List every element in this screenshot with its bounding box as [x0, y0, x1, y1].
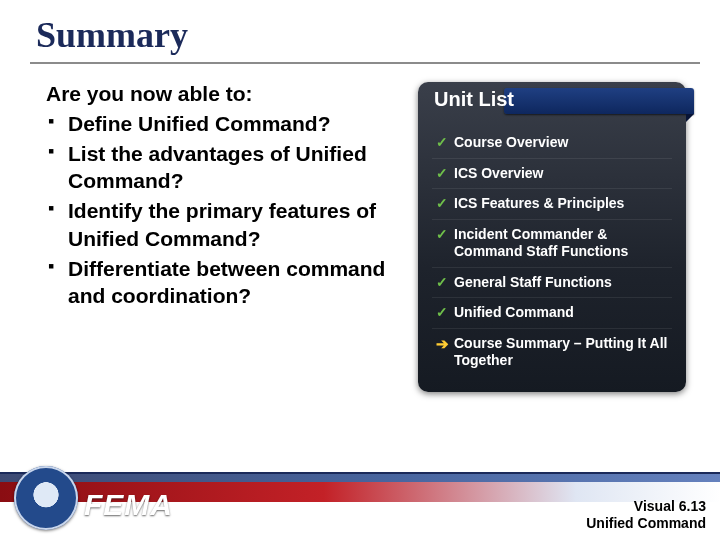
unit-list-header: Unit List	[418, 82, 686, 122]
objectives-list: Define Unified Command? List the advanta…	[46, 110, 406, 310]
objective-item: Differentiate between command and coordi…	[46, 255, 406, 310]
dhs-seal-icon	[14, 466, 78, 530]
check-icon: ✓	[434, 304, 450, 322]
check-icon: ✓	[434, 226, 450, 244]
lead-question: Are you now able to:	[46, 82, 406, 106]
unit-item-label: Course Summary – Putting It All Together	[454, 335, 667, 369]
unit-name: Unified Command	[586, 515, 706, 532]
unit-list-title: Unit List	[434, 88, 514, 111]
unit-list-panel: Unit List ✓Course Overview ✓ICS Overview…	[418, 82, 686, 392]
unit-item-label: Incident Commander & Command Staff Funct…	[454, 226, 628, 260]
check-icon: ✓	[434, 134, 450, 152]
unit-list-item: ✓General Staff Functions	[432, 268, 672, 299]
check-icon: ✓	[434, 274, 450, 292]
objective-item: List the advantages of Unified Command?	[46, 140, 406, 195]
footer: FEMA Visual 6.13 Unified Command	[0, 454, 720, 540]
fema-logo: FEMA	[84, 488, 173, 522]
unit-list: ✓Course Overview ✓ICS Overview ✓ICS Feat…	[418, 122, 686, 376]
band-blue	[0, 474, 720, 482]
content-row: Are you now able to: Define Unified Comm…	[0, 64, 720, 392]
unit-item-label: ICS Features & Principles	[454, 195, 624, 211]
check-icon: ✓	[434, 165, 450, 183]
unit-list-item: ✓ICS Features & Principles	[432, 189, 672, 220]
unit-item-label: General Staff Functions	[454, 274, 612, 290]
ribbon-decoration	[504, 88, 694, 114]
objective-text: Identify the primary features of Unified…	[68, 199, 376, 250]
fema-text: FEMA	[84, 488, 173, 521]
objective-item: Identify the primary features of Unified…	[46, 197, 406, 252]
unit-list-item-current: ➔Course Summary – Putting It All Togethe…	[432, 329, 672, 376]
title-area: Summary	[0, 0, 720, 56]
unit-list-item: ✓ICS Overview	[432, 159, 672, 190]
visual-meta: Visual 6.13 Unified Command	[586, 498, 706, 532]
objective-text: List the advantages of Unified Command?	[68, 142, 367, 193]
slide-title: Summary	[36, 14, 700, 56]
visual-number: Visual 6.13	[586, 498, 706, 515]
unit-item-label: Course Overview	[454, 134, 568, 150]
unit-list-item: ✓Unified Command	[432, 298, 672, 329]
arrow-icon: ➔	[434, 335, 450, 354]
unit-item-label: Unified Command	[454, 304, 574, 320]
objectives-column: Are you now able to: Define Unified Comm…	[46, 82, 406, 392]
unit-item-label: ICS Overview	[454, 165, 544, 181]
unit-list-item: ✓Course Overview	[432, 128, 672, 159]
unit-list-item: ✓Incident Commander & Command Staff Func…	[432, 220, 672, 268]
objective-item: Define Unified Command?	[46, 110, 406, 138]
slide: Summary Are you now able to: Define Unif…	[0, 0, 720, 540]
objective-text: Differentiate between command and coordi…	[68, 257, 385, 308]
objective-text: Define Unified Command?	[68, 112, 331, 135]
check-icon: ✓	[434, 195, 450, 213]
